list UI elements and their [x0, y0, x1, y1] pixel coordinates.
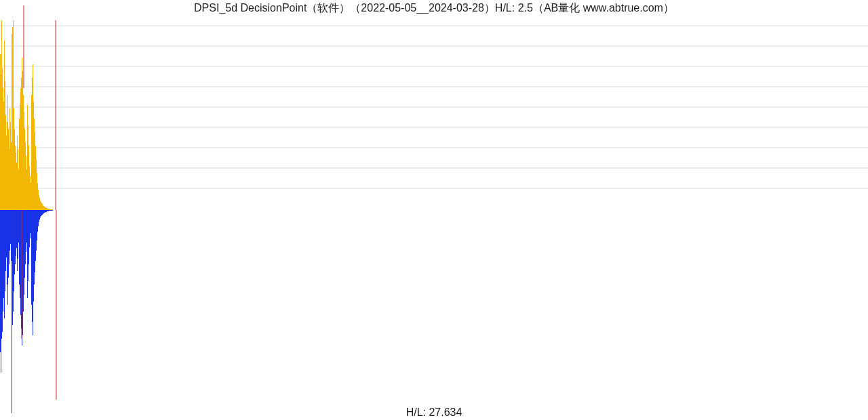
svg-rect-27: [6, 135, 7, 210]
svg-rect-121: [38, 190, 39, 210]
svg-rect-78: [23, 210, 24, 312]
svg-rect-38: [9, 210, 10, 251]
svg-rect-131: [41, 203, 42, 210]
svg-rect-146: [46, 210, 47, 212]
svg-rect-25: [5, 115, 6, 210]
svg-rect-100: [31, 210, 31, 233]
svg-rect-135: [43, 205, 43, 210]
svg-rect-148: [47, 210, 47, 211]
svg-rect-152: [48, 210, 49, 211]
svg-rect-93: [28, 146, 29, 210]
svg-rect-55: [16, 152, 16, 210]
svg-rect-86: [26, 210, 26, 252]
svg-rect-114: [35, 210, 36, 261]
svg-rect-120: [37, 210, 38, 232]
svg-rect-83: [25, 142, 26, 210]
svg-rect-96: [29, 210, 30, 247]
svg-rect-79: [24, 112, 24, 210]
chart-footer: H/L: 27.634: [0, 406, 868, 419]
svg-rect-32: [7, 210, 8, 305]
svg-rect-36: [9, 210, 9, 264]
svg-rect-160: [51, 210, 52, 211]
svg-rect-91: [28, 125, 28, 210]
svg-rect-141: [45, 207, 45, 210]
svg-rect-109: [34, 119, 35, 210]
svg-rect-144: [45, 210, 46, 212]
svg-rect-28: [6, 210, 7, 257]
svg-rect-115: [36, 159, 37, 210]
svg-rect-117: [37, 173, 37, 210]
svg-rect-132: [41, 210, 42, 215]
svg-rect-43: [12, 34, 12, 210]
svg-rect-153: [49, 209, 50, 210]
svg-rect-49: [14, 108, 14, 210]
svg-rect-108: [33, 210, 34, 301]
svg-rect-12: [1, 210, 1, 373]
svg-rect-150: [47, 210, 48, 211]
svg-rect-129: [41, 202, 41, 210]
svg-rect-143: [45, 207, 46, 210]
svg-rect-107: [33, 102, 34, 210]
svg-rect-162: [52, 210, 52, 211]
svg-rect-136: [43, 210, 43, 214]
svg-rect-34: [8, 210, 9, 278]
svg-rect-44: [12, 210, 12, 413]
svg-rect-53: [15, 146, 16, 210]
svg-rect-56: [16, 210, 16, 256]
svg-rect-13: [1, 20, 2, 210]
svg-rect-97: [30, 176, 31, 210]
svg-rect-16: [2, 210, 3, 332]
svg-rect-42: [11, 210, 12, 261]
svg-rect-158: [50, 210, 51, 211]
svg-rect-50: [14, 210, 14, 291]
svg-rect-103: [32, 78, 33, 210]
svg-rect-51: [14, 129, 15, 210]
svg-rect-31: [7, 95, 8, 210]
svg-rect-154: [49, 210, 50, 211]
svg-rect-29: [7, 122, 7, 210]
svg-rect-68: [20, 210, 20, 298]
svg-rect-87: [26, 169, 27, 210]
chart-plot: [0, 0, 868, 420]
svg-rect-155: [50, 209, 50, 210]
svg-rect-58: [16, 210, 17, 248]
svg-rect-63: [18, 169, 19, 210]
svg-rect-151: [48, 209, 49, 210]
svg-rect-138: [43, 210, 44, 213]
svg-rect-85: [26, 156, 26, 210]
svg-rect-26: [5, 210, 6, 271]
svg-rect-11: [1, 75, 1, 210]
svg-rect-164: [52, 210, 53, 211]
svg-rect-54: [15, 210, 16, 264]
svg-rect-105: [33, 64, 33, 210]
svg-rect-122: [38, 210, 39, 226]
svg-rect-18: [3, 210, 3, 312]
svg-rect-161: [52, 209, 52, 210]
svg-rect-35: [9, 149, 9, 210]
svg-rect-137: [43, 206, 44, 210]
svg-rect-52: [14, 210, 15, 274]
svg-rect-17: [3, 88, 3, 210]
svg-rect-22: [4, 210, 5, 318]
svg-rect-21: [4, 41, 5, 210]
svg-rect-10: [0, 210, 1, 352]
svg-rect-113: [35, 146, 36, 210]
svg-rect-119: [37, 183, 38, 210]
svg-rect-130: [41, 210, 41, 216]
svg-rect-159: [51, 209, 52, 210]
svg-rect-125: [39, 198, 40, 210]
svg-rect-99: [31, 183, 31, 210]
svg-rect-37: [9, 108, 10, 210]
svg-rect-84: [25, 210, 26, 264]
svg-rect-106: [33, 210, 33, 335]
svg-rect-81: [24, 129, 25, 210]
svg-rect-19: [3, 102, 4, 210]
svg-rect-67: [20, 105, 20, 210]
svg-rect-149: [47, 209, 48, 210]
svg-rect-20: [3, 210, 4, 298]
svg-rect-41: [11, 142, 12, 210]
svg-rect-23: [5, 81, 5, 210]
svg-rect-126: [39, 210, 40, 219]
svg-rect-89: [27, 105, 28, 210]
svg-rect-64: [18, 210, 19, 243]
